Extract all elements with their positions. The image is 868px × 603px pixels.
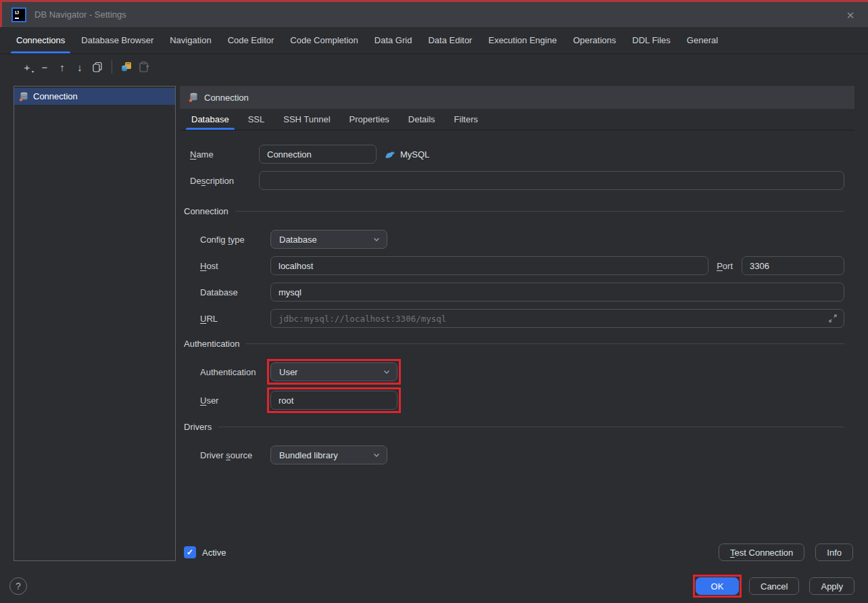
move-down-button[interactable]: ↓: [73, 59, 87, 75]
window-title: DB Navigator - Settings: [34, 9, 126, 20]
url-field[interactable]: [270, 309, 844, 328]
config-type-label: Config type: [200, 235, 270, 245]
database-field[interactable]: [270, 283, 844, 302]
ok-button[interactable]: OK: [696, 577, 739, 595]
authentication-annotation-box: User: [270, 362, 397, 381]
toolbar-separator: [112, 60, 112, 74]
dialog-footer: ? OK Cancel Apply: [9, 577, 854, 595]
description-field[interactable]: [259, 171, 844, 190]
database-label: Database: [200, 287, 270, 297]
remove-connection-button[interactable]: −: [38, 59, 51, 75]
tab-connections[interactable]: Connections: [8, 27, 73, 53]
port-field[interactable]: [742, 256, 844, 275]
title-bar: IJ DB Navigator - Settings ✕: [0, 0, 868, 27]
tab-code-editor[interactable]: Code Editor: [220, 27, 283, 53]
copy-connection-icon: [120, 61, 132, 73]
section-authentication: Authentication: [184, 339, 844, 349]
paste-connection-button[interactable]: [137, 59, 151, 75]
help-icon[interactable]: ?: [9, 577, 27, 595]
port-label: Port: [717, 261, 733, 271]
host-field[interactable]: [270, 256, 708, 275]
host-label: Host: [200, 261, 270, 271]
authentication-label: Authentication: [200, 367, 270, 377]
connection-tab-bar: Database SSL SSH Tunnel Properties Detai…: [180, 109, 854, 130]
tab-code-completion[interactable]: Code Completion: [282, 27, 366, 53]
tab-data-grid[interactable]: Data Grid: [366, 27, 420, 53]
chevron-down-icon: [372, 450, 381, 460]
connection-detail-panel: Connection Database SSL SSH Tunnel Prope…: [180, 86, 854, 603]
config-type-select[interactable]: Database: [270, 230, 387, 249]
paste-icon: [138, 61, 150, 73]
info-button[interactable]: Info: [815, 544, 853, 561]
database-icon: [188, 92, 199, 103]
section-drivers: Drivers: [184, 422, 844, 432]
database-type: MySQL: [385, 149, 429, 160]
chevron-down-icon: [372, 235, 381, 244]
tab-data-editor[interactable]: Data Editor: [420, 27, 480, 53]
database-type-label: MySQL: [400, 149, 429, 160]
driver-source-label: Driver source: [200, 450, 270, 460]
copy-connection-button[interactable]: [120, 59, 133, 75]
user-label: User: [200, 395, 270, 406]
tab-navigation[interactable]: Navigation: [162, 27, 219, 53]
active-checkbox[interactable]: ✓: [184, 546, 196, 558]
user-field[interactable]: [270, 391, 397, 410]
tab-details[interactable]: Details: [402, 109, 442, 130]
cancel-button[interactable]: Cancel: [749, 577, 799, 595]
tab-database-browser[interactable]: Database Browser: [73, 27, 162, 53]
expand-icon[interactable]: [827, 313, 838, 324]
section-connection: Connection: [184, 206, 844, 216]
tab-ssl[interactable]: SSL: [241, 109, 272, 130]
apply-button[interactable]: Apply: [809, 577, 854, 595]
tab-ddl-files[interactable]: DDL Files: [624, 27, 679, 53]
close-icon[interactable]: ✕: [844, 9, 857, 22]
panel-bottom-row: ✓ Active Test Connection Info: [184, 544, 853, 561]
move-up-button[interactable]: ↑: [55, 59, 69, 75]
duplicate-connection-button[interactable]: [91, 59, 104, 75]
list-item-connection[interactable]: Connection: [14, 88, 175, 105]
chevron-down-icon: [382, 367, 391, 377]
mysql-dolphin-icon: [385, 149, 396, 160]
authentication-select[interactable]: User: [270, 362, 397, 381]
name-label: Name: [190, 149, 259, 160]
test-connection-button[interactable]: Test Connection: [719, 544, 804, 561]
tab-operations[interactable]: Operations: [565, 27, 625, 53]
description-label: Description: [190, 176, 259, 186]
intellij-logo-icon: IJ: [11, 7, 26, 22]
active-label: Active: [202, 548, 226, 558]
tab-general[interactable]: General: [679, 27, 726, 53]
connection-list-toolbar: +▾ − ↑ ↓: [20, 59, 151, 75]
url-label: URL: [200, 314, 270, 324]
duplicate-icon: [92, 62, 103, 72]
panel-header-title: Connection: [204, 93, 249, 103]
tab-execution-engine[interactable]: Execution Engine: [480, 27, 564, 53]
panel-header: Connection: [180, 86, 854, 109]
checkmark-icon: ✓: [187, 548, 193, 557]
settings-tab-bar: Connections Database Browser Navigation …: [0, 27, 868, 54]
tab-properties[interactable]: Properties: [343, 109, 396, 130]
connection-form: Name MySQL Description Connection Config…: [180, 130, 854, 464]
user-annotation-box: [270, 391, 397, 410]
name-field[interactable]: [259, 145, 377, 164]
tab-ssh-tunnel[interactable]: SSH Tunnel: [276, 109, 337, 130]
list-item-label: Connection: [33, 91, 78, 101]
ok-annotation-box: OK: [696, 577, 739, 595]
driver-source-select[interactable]: Bundled library: [270, 445, 387, 464]
database-icon: [18, 91, 29, 102]
connections-list: Connection: [14, 86, 176, 561]
tab-filters[interactable]: Filters: [448, 109, 485, 130]
tab-database[interactable]: Database: [185, 109, 236, 130]
add-connection-button[interactable]: +▾: [20, 59, 34, 75]
dropdown-caret-icon: ▾: [32, 69, 34, 74]
